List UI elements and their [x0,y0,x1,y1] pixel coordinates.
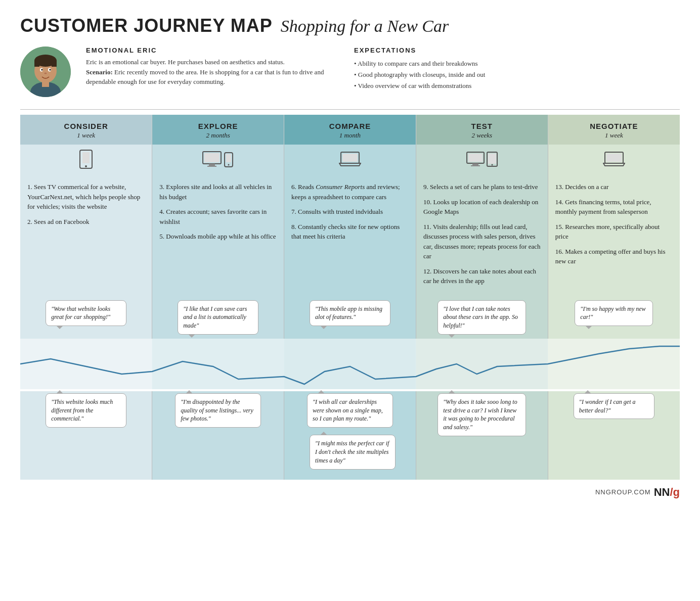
svg-rect-26 [472,163,478,165]
expectations-list: Ability to compare cars and their breakd… [354,58,680,91]
nn-logo-slash: /g [670,486,680,498]
phase-header-consider: CONSIDER 1 week [20,115,152,145]
nn-logo: NN/g [654,486,680,499]
svg-rect-25 [468,154,483,162]
steps-explore: 3. Explores site and looks at all vehicl… [152,175,284,296]
expectations-section: EXPECTATIONS Ability to compare cars and… [354,47,680,97]
phase-header-row: CONSIDER 1 week EXPLORE 2 months COMPARE… [20,115,680,145]
neg-bubble-test: "Why does it take sooo long to test driv… [416,391,548,480]
bubble-negotiate-negative: "I wonder if I can get a better deal?" [574,393,654,420]
device-consider [20,145,152,175]
svg-rect-33 [20,339,152,389]
steps-test: 9. Selects a set of cars he plans to tes… [416,175,548,296]
persona-section: EMOTIONAL ERIC Eric is an emotional car … [20,47,680,97]
svg-point-10 [49,69,51,71]
phone-icon [78,150,94,172]
device-negotiate [548,145,680,175]
neg-bubble-explore: "I'm disappointed by the quality of some… [152,391,284,480]
svg-point-21 [228,164,230,166]
svg-rect-6 [52,61,57,67]
emotion-compare: "This mobile app is missing alot of feat… [284,296,416,339]
tablet-icon [487,152,498,170]
svg-rect-20 [226,154,231,162]
step-12: 12. Discovers he can take notes about ea… [423,266,541,286]
journey-map: CONSIDER 1 week EXPLORE 2 months COMPARE… [20,115,680,480]
bubble-test-negative: "Why does it take sooo long to test driv… [438,393,526,436]
svg-point-30 [491,164,493,166]
svg-rect-36 [416,339,548,389]
bubble-explore-negative: "I'm disappointed by the quality of some… [175,393,261,428]
neg-bubble-consider: "This website looks much different from … [20,391,152,480]
steps-compare: 6. Reads Consumer Reports and reviews; k… [284,175,416,296]
negative-bubbles-row: "This website looks much different from … [20,391,680,480]
svg-rect-35 [284,339,416,389]
svg-rect-27 [471,165,480,166]
bubble-consider-negative: "This website looks much different from … [46,393,126,428]
laptop-icon [339,152,361,170]
title-subtitle: Shopping for a New Car [281,17,449,35]
phase-header-negotiate: NEGOTIATE 1 week [548,115,680,145]
svg-rect-16 [204,153,220,162]
svg-point-11 [45,73,47,74]
svg-rect-34 [152,339,284,389]
step-11: 11. Visits dealership; fills out lead ca… [423,222,541,261]
bubble-compare-positive: "This mobile app is missing alot of feat… [310,300,390,327]
emotion-curve-cell [20,339,680,391]
bubble-test-positive: "I love that I can take notes about thes… [438,300,526,335]
emotion-test: "I love that I can take notes about thes… [416,296,548,339]
svg-rect-32 [606,154,622,162]
expectations-title: EXPECTATIONS [354,47,680,54]
step-5: 5. Downloads mobile app while at his off… [159,232,277,242]
step-10: 10. Looks up location of each dealership… [423,197,541,217]
neg-bubble-compare: "I wish all car dealerships were shown o… [284,391,416,480]
persona-name: EMOTIONAL ERIC [86,47,339,54]
steps-negotiate: 13. Decides on a car 14. Gets financing … [548,175,680,296]
svg-rect-29 [488,154,496,164]
title-main: CUSTOMER JOURNEY MAP [20,15,273,36]
svg-rect-23 [342,154,358,162]
step-15: 15. Researches more, specifically about … [555,222,673,242]
desktop-icon [466,152,485,170]
expectation-item: Ability to compare cars and their breakd… [354,58,680,69]
step-8: 8. Constantly checks site for new option… [291,222,409,242]
svg-rect-17 [209,164,215,166]
emotion-row: "Wow that website looks great for car sh… [20,296,680,339]
expectation-item: Good photography with closeups, inside a… [354,69,680,80]
svg-rect-5 [34,61,39,67]
device-explore [152,145,284,175]
device-icon-row [20,145,680,175]
step-6: 6. Reads Consumer Reports and reviews; k… [291,182,409,202]
bubble-explore-positive: "I like that I can save cars and a list … [178,300,258,335]
step-4: 4. Creates account; saves favorite cars … [159,207,277,226]
emotion-negotiate: "I'm so happy with my new car!" [548,296,680,339]
neg-bubble-negotiate: "I wonder if I can get a better deal?" [548,391,680,480]
step-3: 3. Explores site and looks at all vehicl… [159,182,277,202]
laptop-icon [603,152,625,170]
step-9: 9. Selects a set of cars he plans to tes… [423,182,541,192]
svg-rect-13 [82,152,90,163]
step-2: 2. Sees ad on Facebook [27,217,145,227]
emotion-explore: "I like that I can save cars and a list … [152,296,284,339]
persona-info: EMOTIONAL ERIC Eric is an emotional car … [86,47,339,97]
phase-header-compare: COMPARE 1 month [284,115,416,145]
divider [20,109,680,110]
emotion-curve-svg [20,339,680,389]
bubble-compare-negative-1: "I wish all car dealerships were shown o… [307,393,393,428]
device-compare [284,145,416,175]
phase-header-explore: EXPLORE 2 months [152,115,284,145]
footer-site: NNGROUP.COM [595,488,651,496]
steps-consider: 1. Sees TV commerical for a website, You… [20,175,152,296]
step-13: 13. Decides on a car [555,182,673,192]
step-7: 7. Consults with trusted indviduals [291,207,409,217]
avatar [20,47,71,97]
svg-rect-18 [207,166,216,167]
phase-header-test: TEST 2 weeks [416,115,548,145]
persona-desc: Eric is an emotional car buyer. He purch… [86,57,339,87]
emotion-consider: "Wow that website looks great for car sh… [20,296,152,339]
desktop-icon [202,151,222,170]
steps-row: 1. Sees TV commerical for a website, You… [20,175,680,296]
footer: NNGROUP.COM NN/g [20,486,680,499]
step-16: 16. Makes a competing offer and buys his… [555,247,673,266]
svg-point-9 [41,69,43,71]
phone-icon [224,152,234,170]
